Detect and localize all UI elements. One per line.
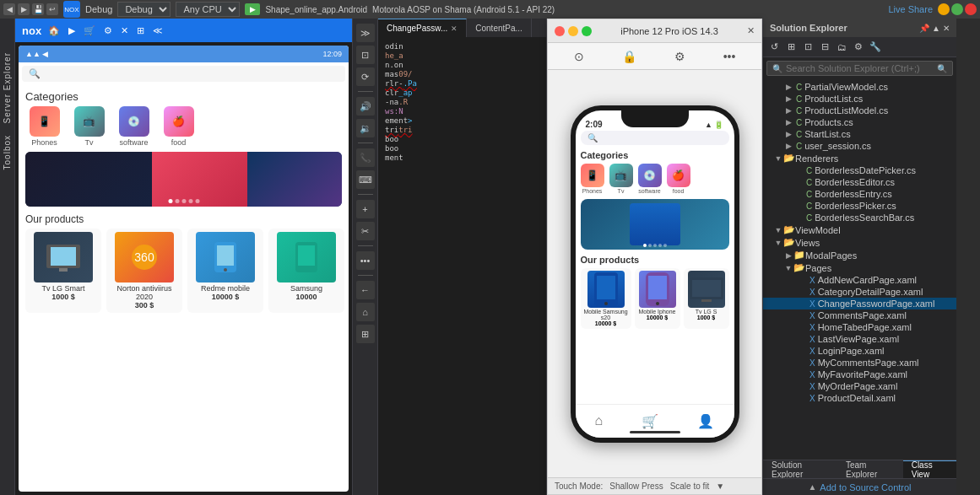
tree-item-startlist[interactable]: ▶ C StartList.cs xyxy=(763,128,956,140)
iphone-search-bar[interactable]: 🔍 xyxy=(581,131,729,145)
se-tool-5[interactable]: 🗂 xyxy=(834,40,849,55)
product-norton[interactable]: 360 Norton antiviirus 2020 300 $ xyxy=(106,229,182,313)
se-tool-1[interactable]: ↺ xyxy=(766,40,782,55)
category-tv[interactable]: 📺 Tv xyxy=(70,106,108,147)
ios-settings-icon[interactable]: ⚙ xyxy=(674,50,685,63)
expand-left-button[interactable]: ≫ xyxy=(356,24,375,42)
android-settings-icon[interactable]: ⚙ xyxy=(104,25,112,36)
tree-item-borderlesssearchbar[interactable]: C BorderlessSearchBar.cs xyxy=(763,212,956,223)
iphone-cat-tv[interactable]: 📺 Tv xyxy=(609,164,633,194)
iphone-home-icon[interactable]: ⌂ xyxy=(595,413,604,428)
tree-item-products[interactable]: ▶ C Products.cs xyxy=(763,116,956,128)
tree-item-partialviewmodel[interactable]: ▶ C PartialViewModel.cs xyxy=(763,81,956,93)
se-search-input[interactable] xyxy=(786,63,934,73)
tab-close-icon[interactable]: ✕ xyxy=(451,24,458,33)
iphone-cart-icon[interactable]: 🛒 xyxy=(642,413,658,429)
live-share-button[interactable]: Live Share xyxy=(888,4,933,14)
se-tool-2[interactable]: ⊞ xyxy=(783,40,799,55)
category-food[interactable]: 🍎 food xyxy=(160,106,198,147)
tree-item-borderlesspicker[interactable]: C BorderlessPicker.cs xyxy=(763,200,956,212)
iphone-cat-food[interactable]: 🍎 food xyxy=(667,164,690,194)
back-nav-button[interactable]: ← xyxy=(356,281,375,299)
tab-solution-explorer[interactable]: Solution Explorer xyxy=(763,460,837,478)
minimize-button[interactable] xyxy=(938,3,950,15)
ios-close-x[interactable]: ✕ xyxy=(747,25,755,36)
server-explorer-label[interactable]: Server Explorer xyxy=(3,52,12,123)
se-search-box[interactable]: 🔍 🔍 xyxy=(766,61,953,76)
tab-contentpage[interactable]: ContentPa... xyxy=(467,19,532,37)
ios-more-icon[interactable]: ••• xyxy=(723,50,736,63)
undo-icon[interactable]: ↩ xyxy=(46,3,58,15)
forward-icon[interactable]: ▶ xyxy=(18,3,30,15)
scissors-button[interactable]: ✂ xyxy=(356,222,375,240)
tree-item-productdetail[interactable]: X ProductDetail.xaml xyxy=(763,392,956,404)
tree-item-productlist[interactable]: ▶ C ProductList.cs xyxy=(763,93,956,105)
product-samsung-android[interactable]: Samsung 10000 xyxy=(268,229,344,313)
volume-up-button[interactable]: 🔊 xyxy=(356,97,375,116)
tab-changepassword[interactable]: ChangePassw... ✕ xyxy=(378,19,467,37)
tree-item-viewmodel[interactable]: ▼ 📂 ViewModel xyxy=(763,223,956,236)
android-search-bar[interactable]: 🔍 xyxy=(22,66,345,82)
se-tool-3[interactable]: ⊡ xyxy=(800,40,815,55)
more-button[interactable]: ••• xyxy=(356,251,375,270)
tree-item-borderlesseditor[interactable]: C BorderlessEditor.cs xyxy=(763,176,956,188)
tree-item-borderlessdatepicker[interactable]: C BorderlessDatePicker.cs xyxy=(763,164,956,176)
tree-item-categorydetail[interactable]: X CategoryDetailPage.xaml xyxy=(763,286,956,298)
se-close-button[interactable]: ✕ xyxy=(943,24,950,33)
android-home-icon[interactable]: 🏠 xyxy=(48,25,60,36)
zoom-in-button[interactable]: + xyxy=(356,200,375,218)
tree-item-changepassword[interactable]: X ChangePasswordPage.xaml xyxy=(763,298,956,309)
ios-minimize-button[interactable] xyxy=(568,26,578,36)
android-play-icon[interactable]: ▶ xyxy=(68,25,75,36)
iphone-cat-phones[interactable]: 📱 Phones xyxy=(581,164,604,194)
ios-maximize-button[interactable] xyxy=(582,26,592,36)
save-icon[interactable]: 💾 xyxy=(32,3,44,15)
se-arrow-up[interactable]: ▲ xyxy=(932,24,940,33)
tree-item-addnewcard[interactable]: X AddNewCardPage.xaml xyxy=(763,274,956,286)
apps-nav-button[interactable]: ⊞ xyxy=(356,325,375,343)
volume-down-button[interactable]: 🔉 xyxy=(356,119,375,137)
tree-item-mycomments[interactable]: X MyCommentsPage.xaml xyxy=(763,357,956,369)
ios-close-button[interactable] xyxy=(555,26,565,36)
home-nav-button[interactable]: ⌂ xyxy=(356,303,375,321)
android-collapse-icon[interactable]: ≪ xyxy=(153,25,163,36)
configuration-dropdown[interactable]: Debug xyxy=(117,2,171,17)
iphone-product-tvlg[interactable]: Tv LG S 1000 $ xyxy=(684,268,729,329)
tree-item-modalpages[interactable]: ▶ 📁 ModalPages xyxy=(763,249,956,261)
tree-item-myorder[interactable]: X MyOrderPage.xaml xyxy=(763,380,956,392)
tree-item-borderlessentry[interactable]: C BorderlessEntry.cs xyxy=(763,188,956,200)
screen-size-button[interactable]: ⊡ xyxy=(356,46,375,64)
run-icon[interactable]: ▶ xyxy=(245,3,260,15)
product-redme[interactable]: Redme mobile 10000 $ xyxy=(187,229,263,313)
tree-item-login[interactable]: X LoginPage.xaml xyxy=(763,345,956,357)
se-tool-6[interactable]: ⚙ xyxy=(851,40,866,55)
tab-team-explorer[interactable]: Team Explorer xyxy=(837,460,902,478)
back-icon[interactable]: ◀ xyxy=(3,3,15,15)
iphone-person-icon[interactable]: 👤 xyxy=(697,413,714,429)
category-phones[interactable]: 📱 Phones xyxy=(25,106,63,147)
platform-dropdown[interactable]: Any CPU xyxy=(176,2,240,17)
tree-item-hometabbed[interactable]: X HomeTabedPage.xaml xyxy=(763,321,956,333)
tree-item-usersession[interactable]: ▶ C user_session.cs xyxy=(763,140,956,152)
se-pin-button[interactable]: 📌 xyxy=(919,24,929,33)
android-close-icon[interactable]: ✕ xyxy=(121,25,128,36)
se-tool-4[interactable]: ⊟ xyxy=(817,40,832,55)
tab-class-view[interactable]: Class View xyxy=(903,460,956,478)
iphone-product-samsung[interactable]: Mobile Samsung s20 10000 $ xyxy=(581,268,631,329)
tree-item-renderers[interactable]: ▼ 📂 Renderers xyxy=(763,152,956,164)
maximize-button[interactable] xyxy=(951,3,963,15)
ios-circle-icon[interactable]: ⊙ xyxy=(574,50,584,63)
add-source-control-button[interactable]: Add to Source Control xyxy=(820,482,911,492)
se-tool-7[interactable]: 🔧 xyxy=(868,40,883,55)
iphone-cat-software[interactable]: 💿 software xyxy=(638,164,662,194)
category-software[interactable]: 💿 software xyxy=(115,106,153,147)
tree-item-lastview[interactable]: X LastViewPage.xaml xyxy=(763,333,956,345)
tree-item-comments[interactable]: X CommentsPage.xaml xyxy=(763,309,956,321)
phone-button[interactable]: 📞 xyxy=(356,148,375,167)
product-tv[interactable]: Tv LG Smart 1000 $ xyxy=(25,229,101,313)
rotate-button[interactable]: ⟳ xyxy=(356,67,375,86)
iphone-product-iphone[interactable]: Mobile Iphone 10000 $ xyxy=(635,268,680,329)
close-button[interactable] xyxy=(965,3,977,15)
ios-lock-icon[interactable]: 🔒 xyxy=(622,50,636,63)
keyboard-button[interactable]: ⌨ xyxy=(356,170,375,189)
